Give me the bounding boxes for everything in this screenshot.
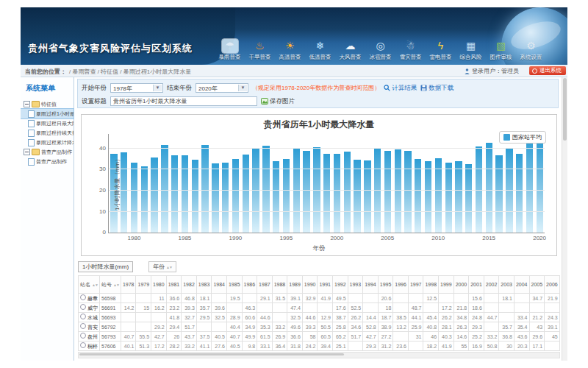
year-col-header[interactable]: 2003 bbox=[499, 276, 514, 294]
low-temp-icon: ❄ bbox=[312, 39, 329, 53]
save-image-button[interactable]: 保存图片 bbox=[261, 97, 295, 106]
station-name-cell[interactable]: 威宁 bbox=[79, 303, 100, 313]
year-col-header[interactable]: 1987 bbox=[257, 276, 273, 294]
tree-expand-icon[interactable] bbox=[24, 101, 30, 107]
year-col-header[interactable]: 1995 bbox=[378, 276, 393, 294]
nav-item[interactable]: ☀高温普查 bbox=[276, 38, 304, 63]
vertical-scrollbar[interactable] bbox=[562, 77, 567, 361]
sidebar-item[interactable]: 暴雨过程持续天数 bbox=[21, 128, 74, 138]
nav-item[interactable]: ▦综合风险 bbox=[456, 38, 485, 63]
gridline bbox=[109, 190, 545, 191]
sidebar-item[interactable]: 暴雨过程日最大降水量 bbox=[21, 118, 74, 128]
year-col-header[interactable]: 1994 bbox=[363, 276, 379, 294]
nav-item[interactable]: ⚙系统设置 bbox=[517, 38, 545, 63]
measure-tab[interactable]: 1小时降水量(mm) bbox=[78, 261, 133, 272]
year-col-header[interactable]: 1992 bbox=[333, 276, 348, 294]
nav-item[interactable]: ❄低温普查 bbox=[306, 38, 334, 63]
tree-expand-icon[interactable] bbox=[24, 149, 30, 155]
id-col-header[interactable]: 站号▲▼ bbox=[100, 276, 121, 294]
sidebar-item[interactable]: 特征值 bbox=[21, 99, 74, 109]
year-col-header[interactable]: 1990 bbox=[302, 276, 318, 294]
value-cell: 38.9 bbox=[378, 322, 393, 332]
horizontal-scrollbar[interactable] bbox=[78, 352, 560, 358]
year-col-header[interactable]: 1982 bbox=[182, 276, 197, 294]
year-col-header[interactable]: 1984 bbox=[212, 276, 227, 294]
year-col-header[interactable]: 1989 bbox=[287, 276, 303, 294]
year-col-header[interactable]: 1991 bbox=[318, 276, 333, 294]
sidebar-item[interactable]: 普查产品制作 bbox=[21, 147, 74, 157]
station-name-cell[interactable]: 盘州 bbox=[79, 332, 100, 342]
station-name-cell[interactable]: 水城 bbox=[79, 313, 100, 322]
year-col-header[interactable]: 2005 bbox=[529, 276, 545, 294]
year-col-header[interactable]: 1996 bbox=[393, 276, 409, 294]
chart-legend[interactable]: 国家站平均 bbox=[499, 131, 546, 144]
station-name-cell[interactable]: 普安 bbox=[79, 322, 100, 332]
value-cell: 26 bbox=[166, 332, 182, 342]
year-col-header[interactable]: 1981 bbox=[166, 276, 182, 294]
year-col-header[interactable]: 1998 bbox=[423, 276, 439, 294]
sidebar-item[interactable]: 普查产品制作 bbox=[21, 157, 74, 166]
value-cell: 15 bbox=[136, 303, 151, 313]
logout-button[interactable]: 退出系统 bbox=[529, 66, 566, 75]
start-year-select[interactable]: 1978年 ▼ bbox=[110, 83, 163, 93]
row-expander-icon[interactable] bbox=[80, 333, 86, 339]
year-col-header[interactable]: 2006 bbox=[545, 276, 560, 294]
year-col-header[interactable]: 1988 bbox=[272, 276, 287, 294]
row-expander-icon[interactable] bbox=[80, 304, 86, 310]
sidebar-item[interactable]: 暴雨过程累计降水量 bbox=[21, 138, 74, 147]
nav-item[interactable]: ☃雪灾普查 bbox=[396, 38, 425, 63]
calc-result-button[interactable]: 计算结果 bbox=[384, 84, 417, 93]
row-expander-icon[interactable] bbox=[80, 314, 86, 319]
legend-swatch bbox=[503, 134, 510, 141]
year-col-header[interactable]: 1979 bbox=[136, 276, 151, 294]
year-col-header[interactable]: 1986 bbox=[242, 276, 257, 294]
value-cell: 47.4 bbox=[287, 303, 303, 313]
year-col-header[interactable]: 1993 bbox=[348, 276, 363, 294]
value-cell: 35.4 bbox=[514, 322, 529, 332]
station-name-cell[interactable]: 赫章 bbox=[79, 294, 100, 303]
nav-item[interactable]: ☁大风普查 bbox=[336, 38, 365, 63]
year-col-header[interactable]: 1999 bbox=[439, 276, 454, 294]
year-col-header[interactable]: 1983 bbox=[196, 276, 212, 294]
year-col-header[interactable]: 2002 bbox=[484, 276, 499, 294]
value-cell: 40.1 bbox=[121, 342, 136, 351]
data-download-button[interactable]: 数据下载 bbox=[420, 84, 453, 93]
year-sort-header[interactable]: 年份▲▼ bbox=[148, 261, 176, 272]
year-col-header[interactable]: 2007 bbox=[559, 276, 560, 294]
sidebar-item[interactable]: 暴雨过程1小时最大降水量 bbox=[21, 109, 74, 118]
nav-item[interactable]: ▧图件审核 bbox=[487, 38, 515, 63]
year-col-header[interactable]: 2004 bbox=[514, 276, 529, 294]
value-cell: 39.4 bbox=[318, 342, 333, 351]
nav-item[interactable]: ϟ雷电普查 bbox=[426, 38, 455, 63]
year-col-header[interactable]: 1997 bbox=[408, 276, 423, 294]
end-year-select[interactable]: 2020年 ▼ bbox=[196, 83, 248, 93]
scrollbar-thumb[interactable] bbox=[79, 353, 344, 355]
row-expander-icon[interactable] bbox=[80, 294, 86, 300]
nav-item[interactable]: ♨干旱普查 bbox=[245, 38, 274, 63]
row-expander-icon[interactable] bbox=[80, 342, 86, 348]
year-col-header[interactable]: 2000 bbox=[453, 276, 469, 294]
station-col-header[interactable]: 站名▲▼ bbox=[79, 276, 100, 294]
nav-item[interactable]: ◎冰雹普查 bbox=[366, 38, 395, 63]
value-cell: 51.3 bbox=[136, 342, 151, 351]
year-col-header[interactable]: 2001 bbox=[469, 276, 484, 294]
nav-item-label: 大风普查 bbox=[336, 54, 365, 61]
table-row: 水城5669341.832.729.532.528.960.644.632.54… bbox=[79, 313, 561, 322]
breadcrumb[interactable]: / 暴雨普查 / 特征值 / 暴雨过程1小时最大降水量 bbox=[69, 68, 191, 76]
value-cell: 21.2 bbox=[529, 313, 545, 322]
value-cell bbox=[136, 294, 151, 303]
bar-slot bbox=[534, 134, 545, 233]
year-col-header[interactable]: 1978 bbox=[121, 276, 136, 294]
value-cell: 14.2 bbox=[121, 303, 136, 313]
station-name-cell[interactable]: 桐梓 bbox=[79, 342, 100, 351]
value-cell: 20.6 bbox=[378, 294, 393, 303]
scrollbar-thumb[interactable] bbox=[563, 78, 567, 141]
value-cell: 31.5 bbox=[272, 294, 287, 303]
year-col-header[interactable]: 1985 bbox=[226, 276, 242, 294]
value-cell bbox=[348, 294, 363, 303]
year-col-header[interactable]: 1980 bbox=[151, 276, 167, 294]
row-expander-icon[interactable] bbox=[80, 323, 86, 329]
value-cell: 38.5 bbox=[393, 313, 409, 322]
chart-title-input[interactable] bbox=[110, 96, 257, 106]
nav-item[interactable]: ☂暴雨普查 bbox=[215, 38, 244, 63]
